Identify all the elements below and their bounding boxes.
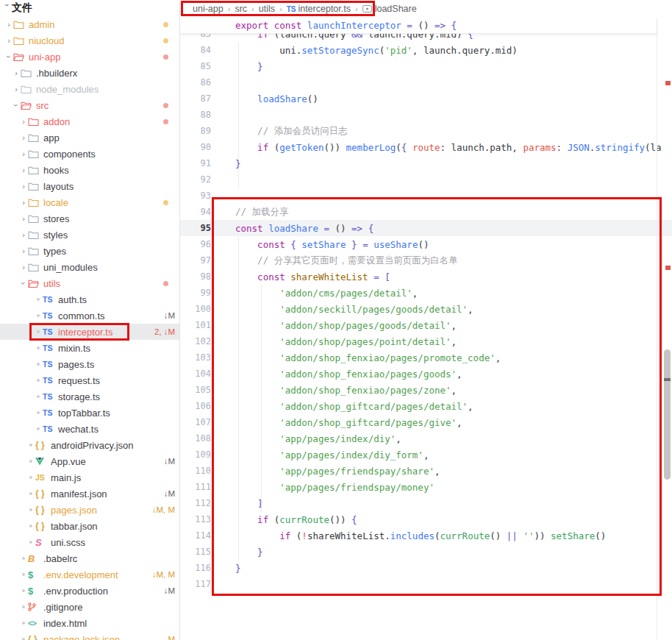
tree-item-.env.development[interactable]: $.env.development↓M, M (0, 566, 179, 583)
tree-item-uni.scss[interactable]: Suni.scss (0, 534, 179, 550)
tree-item-hooks[interactable]: ›hooks (0, 162, 179, 178)
tree-item-App.vue[interactable]: App.vue↓M (0, 453, 179, 469)
env-icon: $ (28, 569, 33, 580)
file-type-icon: TS (43, 311, 56, 320)
code-line-94[interactable]: 94 // 加载分享 (180, 204, 672, 220)
code-line-85[interactable]: 85 } (180, 58, 672, 74)
code-line-87[interactable]: 87 loadShare() (180, 90, 672, 107)
code-line-98[interactable]: 98 const shareWhiteList = [ (180, 269, 672, 285)
tree-item-request.ts[interactable]: TSrequest.ts (0, 372, 179, 388)
code-line-107[interactable]: 107 'addon/shop_giftcard/pages/give', (180, 414, 672, 430)
code-line-92[interactable]: 92 (180, 171, 672, 188)
tree-item-admin[interactable]: ›admin (0, 16, 179, 32)
tree-item-.hbuilderx[interactable]: ›.hbuilderx (0, 65, 179, 81)
breadcrumb-symbol[interactable]: loadShare (375, 4, 417, 14)
tree-item-.babelrc[interactable]: B.babelrc (0, 550, 179, 566)
tree-item-topTabbar.ts[interactable]: TStopTabbar.ts (0, 405, 179, 421)
code-region[interactable]: 83 if (launch.query && launch.query.mid)… (180, 18, 672, 640)
code-line-86[interactable]: 86 (180, 74, 672, 90)
line-number: 88 (180, 110, 211, 120)
file-type-icon: TS (43, 344, 56, 352)
tree-item-src[interactable]: ›src (0, 97, 179, 113)
code-line-116[interactable]: 116 } (180, 560, 672, 576)
tree-item-manifest.json[interactable]: { }manifest.json↓M (0, 486, 179, 502)
tree-item-common.ts[interactable]: TScommon.ts↓M (0, 307, 179, 324)
code-line-88[interactable]: 88 (180, 107, 672, 123)
code-line-105[interactable]: 105 'addon/shop_fenxiao/pages/zone', (180, 382, 672, 398)
folder-icon (13, 36, 26, 46)
folder-icon (28, 214, 41, 224)
sticky-scroll-line[interactable]: export const launchInterceptor = () => { (180, 18, 657, 34)
tree-item-layouts[interactable]: ›layouts (0, 178, 179, 194)
code-line-96[interactable]: 96 const { setShare } = useShare() (180, 236, 672, 252)
code-line-91[interactable]: 91 } (180, 155, 672, 171)
tree-item-.gitignore[interactable]: .gitignore (0, 599, 179, 615)
vertical-scrollbar-thumb[interactable] (664, 349, 671, 480)
line-number: 104 (180, 369, 211, 379)
tree-item-styles[interactable]: ›styles (0, 227, 179, 243)
code-line-100[interactable]: 100 'addon/seckill/pages/goods/detail', (180, 301, 672, 317)
code-line-101[interactable]: 101 'addon/shop/pages/goods/detail', (180, 317, 672, 333)
tree-item-mixin.ts[interactable]: TSmixin.ts (0, 340, 179, 356)
tree-item-uni-app[interactable]: ›uni-app (0, 49, 179, 65)
code-line-115[interactable]: 115 } (180, 544, 672, 560)
breadcrumb-segment[interactable]: uni-app (193, 4, 224, 14)
code-line-102[interactable]: 102 'addon/shop/pages/point/detail', (180, 333, 672, 349)
code-line-89[interactable]: 89 // 添加会员访问日志 (180, 123, 672, 139)
code-line-104[interactable]: 104 'addon/shop_fenxiao/pages/goods', (180, 366, 672, 382)
tree-item-app[interactable]: ›app (0, 129, 179, 146)
code-line-109[interactable]: 109 'app/pages/index/diy_form', (180, 447, 672, 463)
code-line-111[interactable]: 111 'app/pages/friendspay/money' (180, 479, 672, 495)
tree-item-pages.json[interactable]: { }pages.json↓M, M (0, 502, 179, 518)
item-label: common.ts (58, 310, 105, 321)
tree-item-index.html[interactable]: <>index.html (0, 615, 179, 631)
code-line-112[interactable]: 112 ] (180, 495, 672, 511)
tree-item-uni_modules[interactable]: ›uni_modules (0, 259, 179, 275)
line-number: 102 (180, 336, 211, 346)
tree-item-niucloud[interactable]: ›niucloud (0, 32, 179, 49)
folder-icon (28, 279, 41, 288)
code-line-117[interactable]: 117 (180, 576, 672, 592)
tree-item-pages.ts[interactable]: TSpages.ts (0, 356, 179, 372)
breadcrumb-segment[interactable]: src (235, 4, 247, 14)
breadcrumb-segment[interactable]: utils (259, 4, 275, 14)
code-line-113[interactable]: 113 if (currRoute()) { (180, 511, 672, 527)
code-line-84[interactable]: 84 uni.setStorageSync('pid', launch.quer… (180, 42, 672, 58)
breadcrumb-file[interactable]: TSinterceptor.ts (287, 4, 351, 14)
tree-item-interceptor.ts[interactable]: TSinterceptor.ts2, ↓M (0, 324, 179, 340)
item-label: manifest.json (51, 488, 107, 499)
line-number: 116 (180, 563, 211, 573)
tree-item-node_modules[interactable]: ›node_modules (0, 81, 179, 97)
code-text: 'addon/shop/pages/goods/detail', (235, 320, 457, 331)
tree-item-package-lock.json[interactable]: { }package-lock.jsonM (0, 631, 179, 640)
tree-item-storage.ts[interactable]: TSstorage.ts (0, 388, 179, 405)
code-line-99[interactable]: 99 'addon/cms/pages/detail', (180, 285, 672, 301)
code-line-90[interactable]: 90 if (getToken()) memberLog({ route: la… (180, 139, 672, 155)
tree-item-.env.production[interactable]: $.env.production↓M (0, 583, 179, 599)
tree-item-addon[interactable]: ›addon (0, 113, 179, 129)
tree-item-wechat.ts[interactable]: TSwechat.ts (0, 421, 179, 437)
code-text: if (!shareWhiteList.includes(currRoute()… (235, 530, 606, 541)
tree-item-androidPrivacy.json[interactable]: { }androidPrivacy.json (0, 437, 179, 453)
tree-item-main.js[interactable]: JSmain.js (0, 469, 179, 486)
file-type-icon (28, 602, 41, 611)
code-line-106[interactable]: 106 'addon/shop_giftcard/pages/detail', (180, 398, 672, 414)
tree-item-types[interactable]: ›types (0, 243, 179, 259)
explorer-header[interactable]: › 文件 (0, 0, 179, 16)
code-line-103[interactable]: 103 'addon/shop_fenxiao/pages/promote_co… (180, 349, 672, 366)
code-line-93[interactable]: 93 (180, 188, 672, 204)
code-line-114[interactable]: 114 if (!shareWhiteList.includes(currRou… (180, 527, 672, 544)
code-line-110[interactable]: 110 'app/pages/friendspay/share', (180, 463, 672, 479)
tree-item-stores[interactable]: ›stores (0, 210, 179, 227)
code-line-108[interactable]: 108 'app/pages/index/diy', (180, 430, 672, 447)
tree-item-locale[interactable]: ›locale (0, 194, 179, 210)
tree-item-tabbar.json[interactable]: { }tabbar.json (0, 518, 179, 534)
tree-item-auth.ts[interactable]: TSauth.ts (0, 291, 179, 307)
code-line-95[interactable]: 95 const loadShare = () => { (180, 220, 672, 236)
code-text: ] (235, 498, 263, 509)
code-line-97[interactable]: 97 // 分享其它页面时，需要设置当前页面为白名单 (180, 252, 672, 269)
file-type-icon: TS (43, 392, 56, 401)
file-type-icon: $ (28, 569, 41, 580)
tree-item-utils[interactable]: ›utils (0, 275, 179, 291)
tree-item-components[interactable]: ›components (0, 146, 179, 162)
